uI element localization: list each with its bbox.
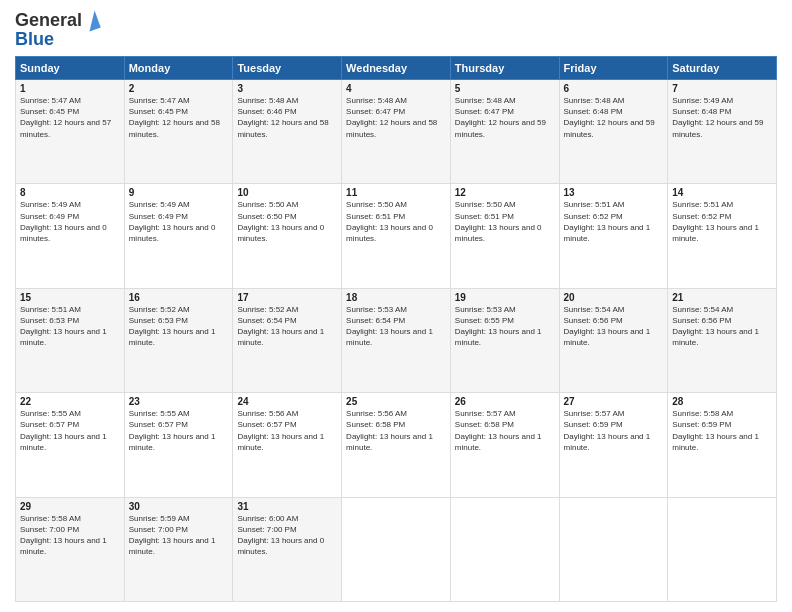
day-number: 22 [20, 396, 120, 407]
calendar-cell: 3Sunrise: 5:48 AMSunset: 6:46 PMDaylight… [233, 80, 342, 184]
day-number: 24 [237, 396, 337, 407]
header-cell-wednesday: Wednesday [342, 57, 451, 80]
calendar-cell: 13Sunrise: 5:51 AMSunset: 6:52 PMDayligh… [559, 184, 668, 288]
calendar-cell: 15Sunrise: 5:51 AMSunset: 6:53 PMDayligh… [16, 288, 125, 392]
header-cell-saturday: Saturday [668, 57, 777, 80]
cell-info: Sunrise: 5:52 AMSunset: 6:54 PMDaylight:… [237, 305, 324, 348]
calendar-header-row: SundayMondayTuesdayWednesdayThursdayFrid… [16, 57, 777, 80]
calendar-cell: 18Sunrise: 5:53 AMSunset: 6:54 PMDayligh… [342, 288, 451, 392]
day-number: 4 [346, 83, 446, 94]
day-number: 8 [20, 187, 120, 198]
page: General Blue SundayMondayTuesdayWednesda… [0, 0, 792, 612]
calendar-cell [668, 497, 777, 601]
day-number: 27 [564, 396, 664, 407]
day-number: 25 [346, 396, 446, 407]
calendar-body: 1Sunrise: 5:47 AMSunset: 6:45 PMDaylight… [16, 80, 777, 602]
calendar-cell: 4Sunrise: 5:48 AMSunset: 6:47 PMDaylight… [342, 80, 451, 184]
calendar-cell: 22Sunrise: 5:55 AMSunset: 6:57 PMDayligh… [16, 393, 125, 497]
header-cell-sunday: Sunday [16, 57, 125, 80]
cell-info: Sunrise: 5:56 AMSunset: 6:57 PMDaylight:… [237, 409, 324, 452]
calendar-cell: 29Sunrise: 5:58 AMSunset: 7:00 PMDayligh… [16, 497, 125, 601]
cell-info: Sunrise: 5:47 AMSunset: 6:45 PMDaylight:… [129, 96, 220, 139]
week-row-1: 1Sunrise: 5:47 AMSunset: 6:45 PMDaylight… [16, 80, 777, 184]
week-row-4: 22Sunrise: 5:55 AMSunset: 6:57 PMDayligh… [16, 393, 777, 497]
cell-info: Sunrise: 5:54 AMSunset: 6:56 PMDaylight:… [564, 305, 651, 348]
cell-info: Sunrise: 5:56 AMSunset: 6:58 PMDaylight:… [346, 409, 433, 452]
day-number: 13 [564, 187, 664, 198]
header-cell-friday: Friday [559, 57, 668, 80]
calendar-cell: 11Sunrise: 5:50 AMSunset: 6:51 PMDayligh… [342, 184, 451, 288]
logo: General Blue [15, 10, 98, 50]
day-number: 20 [564, 292, 664, 303]
logo-arrow-icon [83, 10, 100, 31]
calendar-cell: 8Sunrise: 5:49 AMSunset: 6:49 PMDaylight… [16, 184, 125, 288]
calendar-cell: 30Sunrise: 5:59 AMSunset: 7:00 PMDayligh… [124, 497, 233, 601]
logo-general: General [15, 10, 82, 31]
cell-info: Sunrise: 5:53 AMSunset: 6:54 PMDaylight:… [346, 305, 433, 348]
calendar-cell: 1Sunrise: 5:47 AMSunset: 6:45 PMDaylight… [16, 80, 125, 184]
day-number: 5 [455, 83, 555, 94]
cell-info: Sunrise: 5:49 AMSunset: 6:49 PMDaylight:… [129, 200, 216, 243]
cell-info: Sunrise: 5:58 AMSunset: 7:00 PMDaylight:… [20, 514, 107, 557]
cell-info: Sunrise: 5:55 AMSunset: 6:57 PMDaylight:… [129, 409, 216, 452]
cell-info: Sunrise: 6:00 AMSunset: 7:00 PMDaylight:… [237, 514, 324, 557]
day-number: 16 [129, 292, 229, 303]
cell-info: Sunrise: 5:49 AMSunset: 6:48 PMDaylight:… [672, 96, 763, 139]
cell-info: Sunrise: 5:55 AMSunset: 6:57 PMDaylight:… [20, 409, 107, 452]
calendar-cell [342, 497, 451, 601]
cell-info: Sunrise: 5:48 AMSunset: 6:47 PMDaylight:… [346, 96, 437, 139]
day-number: 15 [20, 292, 120, 303]
calendar-cell: 17Sunrise: 5:52 AMSunset: 6:54 PMDayligh… [233, 288, 342, 392]
calendar-cell: 31Sunrise: 6:00 AMSunset: 7:00 PMDayligh… [233, 497, 342, 601]
day-number: 9 [129, 187, 229, 198]
calendar-cell: 25Sunrise: 5:56 AMSunset: 6:58 PMDayligh… [342, 393, 451, 497]
week-row-5: 29Sunrise: 5:58 AMSunset: 7:00 PMDayligh… [16, 497, 777, 601]
cell-info: Sunrise: 5:48 AMSunset: 6:48 PMDaylight:… [564, 96, 655, 139]
day-number: 10 [237, 187, 337, 198]
day-number: 21 [672, 292, 772, 303]
cell-info: Sunrise: 5:49 AMSunset: 6:49 PMDaylight:… [20, 200, 107, 243]
header-cell-monday: Monday [124, 57, 233, 80]
calendar-cell: 21Sunrise: 5:54 AMSunset: 6:56 PMDayligh… [668, 288, 777, 392]
day-number: 30 [129, 501, 229, 512]
calendar-cell: 23Sunrise: 5:55 AMSunset: 6:57 PMDayligh… [124, 393, 233, 497]
header-cell-tuesday: Tuesday [233, 57, 342, 80]
calendar-cell: 26Sunrise: 5:57 AMSunset: 6:58 PMDayligh… [450, 393, 559, 497]
cell-info: Sunrise: 5:57 AMSunset: 6:58 PMDaylight:… [455, 409, 542, 452]
cell-info: Sunrise: 5:51 AMSunset: 6:53 PMDaylight:… [20, 305, 107, 348]
cell-info: Sunrise: 5:51 AMSunset: 6:52 PMDaylight:… [564, 200, 651, 243]
cell-info: Sunrise: 5:50 AMSunset: 6:51 PMDaylight:… [346, 200, 433, 243]
calendar-cell: 7Sunrise: 5:49 AMSunset: 6:48 PMDaylight… [668, 80, 777, 184]
cell-info: Sunrise: 5:51 AMSunset: 6:52 PMDaylight:… [672, 200, 759, 243]
day-number: 2 [129, 83, 229, 94]
calendar-cell: 27Sunrise: 5:57 AMSunset: 6:59 PMDayligh… [559, 393, 668, 497]
day-number: 17 [237, 292, 337, 303]
calendar-cell: 12Sunrise: 5:50 AMSunset: 6:51 PMDayligh… [450, 184, 559, 288]
week-row-2: 8Sunrise: 5:49 AMSunset: 6:49 PMDaylight… [16, 184, 777, 288]
calendar-cell: 24Sunrise: 5:56 AMSunset: 6:57 PMDayligh… [233, 393, 342, 497]
day-number: 12 [455, 187, 555, 198]
cell-info: Sunrise: 5:54 AMSunset: 6:56 PMDaylight:… [672, 305, 759, 348]
day-number: 31 [237, 501, 337, 512]
calendar-cell: 6Sunrise: 5:48 AMSunset: 6:48 PMDaylight… [559, 80, 668, 184]
cell-info: Sunrise: 5:50 AMSunset: 6:51 PMDaylight:… [455, 200, 542, 243]
day-number: 28 [672, 396, 772, 407]
calendar-cell: 9Sunrise: 5:49 AMSunset: 6:49 PMDaylight… [124, 184, 233, 288]
logo-blue: Blue [15, 29, 54, 50]
calendar-table: SundayMondayTuesdayWednesdayThursdayFrid… [15, 56, 777, 602]
day-number: 19 [455, 292, 555, 303]
calendar-cell: 20Sunrise: 5:54 AMSunset: 6:56 PMDayligh… [559, 288, 668, 392]
cell-info: Sunrise: 5:53 AMSunset: 6:55 PMDaylight:… [455, 305, 542, 348]
cell-info: Sunrise: 5:57 AMSunset: 6:59 PMDaylight:… [564, 409, 651, 452]
cell-info: Sunrise: 5:59 AMSunset: 7:00 PMDaylight:… [129, 514, 216, 557]
calendar-cell [559, 497, 668, 601]
day-number: 3 [237, 83, 337, 94]
calendar-cell: 16Sunrise: 5:52 AMSunset: 6:53 PMDayligh… [124, 288, 233, 392]
day-number: 29 [20, 501, 120, 512]
cell-info: Sunrise: 5:50 AMSunset: 6:50 PMDaylight:… [237, 200, 324, 243]
day-number: 6 [564, 83, 664, 94]
day-number: 18 [346, 292, 446, 303]
cell-info: Sunrise: 5:52 AMSunset: 6:53 PMDaylight:… [129, 305, 216, 348]
calendar-cell: 5Sunrise: 5:48 AMSunset: 6:47 PMDaylight… [450, 80, 559, 184]
day-number: 14 [672, 187, 772, 198]
